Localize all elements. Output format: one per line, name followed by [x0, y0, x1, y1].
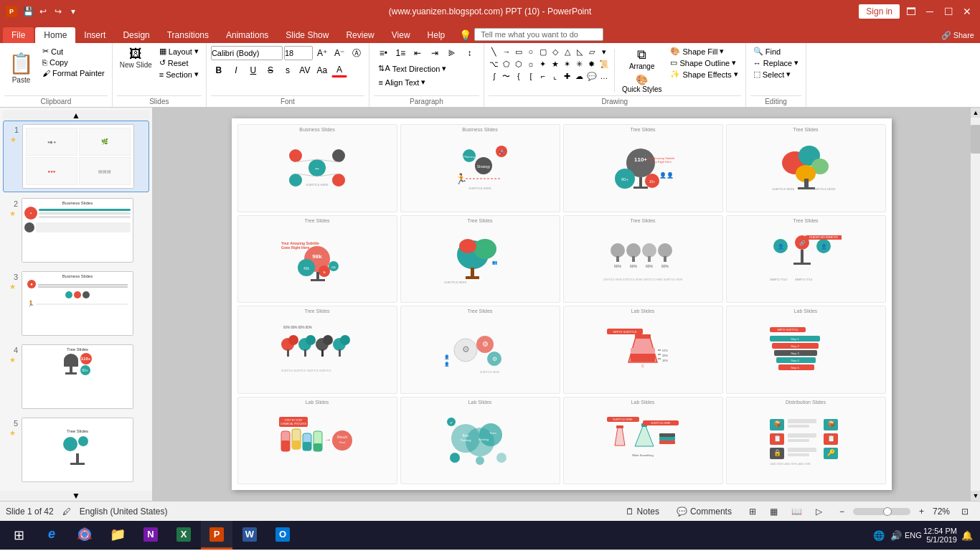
shape-extra-btn[interactable]: … [598, 70, 610, 82]
scroll-down-btn[interactable]: ▼ [971, 491, 980, 501]
clear-format-button[interactable]: Ⓐ [349, 46, 364, 60]
slide-panel-scroll-up[interactable]: ▲ [3, 110, 149, 121]
slide-thumb-4[interactable]: 4 ★ Tree Slides 110+ 80+ [3, 342, 149, 412]
shape-half-frame-btn[interactable]: ⌐ [537, 70, 549, 82]
strikethrough-button[interactable]: S [263, 63, 278, 77]
shape-arrow-btn[interactable]: → [501, 46, 512, 57]
decrease-font-button[interactable]: A⁻ [331, 46, 347, 60]
italic-button[interactable]: I [228, 63, 244, 77]
shape-burst-btn[interactable]: ✸ [586, 58, 598, 70]
shape-star4-btn[interactable]: ✦ [537, 58, 549, 70]
align-text-button[interactable]: ≡ Align Text ▾ [375, 77, 428, 88]
shape-bracket-btn[interactable]: [ [525, 70, 537, 82]
notes-button[interactable]: 🗒 Notes [620, 505, 665, 518]
shape-cross-btn[interactable]: ✚ [562, 70, 573, 82]
shape-pentagon-btn[interactable]: ⬠ [501, 58, 512, 70]
bold-button[interactable]: B [211, 63, 227, 77]
fit-slide-button[interactable]: ⊡ [956, 505, 974, 518]
cut-button[interactable]: ✂ Cut [39, 46, 108, 57]
bullets-button[interactable]: ≡• [375, 46, 391, 60]
slide-thumb-5[interactable]: 5 ★ Tree Slides [3, 415, 149, 485]
zoom-out-button[interactable]: − [834, 505, 850, 518]
paste-button[interactable]: 📋 Paste [4, 46, 38, 89]
network-icon[interactable]: 🌐 [872, 528, 886, 542]
decrease-indent-button[interactable]: ⇤ [410, 46, 425, 60]
tab-animations[interactable]: Animations [217, 27, 277, 43]
taskbar-explorer[interactable]: 📁 [102, 521, 133, 550]
taskbar-word[interactable]: W [234, 521, 265, 550]
shape-cloud-btn[interactable]: ☁ [574, 70, 585, 82]
shape-outline-button[interactable]: ▭ Shape Outline ▾ [667, 57, 740, 68]
shape-curve-btn[interactable]: ∫ [489, 70, 500, 82]
text-direction-button[interactable]: ⇅A Text Direction ▾ [375, 63, 449, 74]
font-name-input[interactable] [211, 46, 283, 60]
tab-file[interactable]: File [3, 27, 34, 43]
language-sys-icon[interactable]: ENG [906, 528, 920, 542]
maximize-button[interactable]: ☐ [941, 4, 956, 19]
shape-oval-btn[interactable]: ○ [525, 46, 537, 57]
shape-parallelogram-btn[interactable]: ▱ [586, 46, 598, 57]
shape-diamond-btn[interactable]: ◇ [550, 46, 561, 57]
section-button[interactable]: ≡ Section ▾ [156, 69, 202, 80]
tab-review[interactable]: Review [337, 27, 382, 43]
underline-button[interactable]: U [245, 63, 261, 77]
shape-star5-btn[interactable]: ★ [550, 58, 561, 70]
text-case-button[interactable]: Aa [314, 63, 330, 77]
taskbar-excel[interactable]: X [168, 521, 199, 550]
taskbar-edge[interactable]: e [36, 521, 67, 550]
slide-thumb-1[interactable]: 1 ★ ●◆● 🌿 ●●● ▤▤▤ [3, 121, 149, 192]
shape-triangle-btn[interactable]: △ [562, 46, 573, 57]
shape-line-btn[interactable]: ╲ [489, 46, 500, 57]
share-button[interactable]: 🔗 Share [941, 31, 974, 40]
shape-rounded-rect-btn[interactable]: ▢ [537, 46, 549, 57]
save-button[interactable]: 💾 [22, 5, 34, 18]
customize-quick-access[interactable]: ▾ [67, 5, 80, 18]
shape-rect-btn[interactable]: ▭ [513, 46, 524, 57]
scroll-up-btn[interactable]: ▲ [971, 108, 980, 118]
tab-view[interactable]: View [383, 27, 419, 43]
taskbar-outlook[interactable]: O [267, 521, 298, 550]
notification-icon[interactable]: 🔔 [960, 528, 974, 542]
shadow-button[interactable]: s [280, 63, 296, 77]
copy-button[interactable]: ⎘ Copy [39, 57, 108, 67]
find-button[interactable]: 🔍 Find [750, 46, 801, 57]
font-size-input[interactable] [284, 46, 313, 60]
arrange-button[interactable]: ⧉ Arrange [619, 46, 665, 72]
shape-chevron-btn[interactable]: ⌥ [489, 58, 500, 70]
reading-view-button[interactable]: 📖 [786, 505, 808, 518]
shape-hex-btn[interactable]: ⬡ [513, 58, 524, 70]
line-spacing-button[interactable]: ↕ [461, 46, 477, 60]
tab-home[interactable]: Home [35, 27, 75, 43]
reset-button[interactable]: ↺ Reset [156, 57, 202, 68]
new-slide-button[interactable]: 🖼 New Slide [117, 46, 155, 70]
shape-freeform-btn[interactable]: 〜 [501, 70, 512, 82]
slide-sorter-button[interactable]: ▦ [764, 505, 783, 518]
shape-callout-btn[interactable]: 💬 [586, 70, 598, 82]
increase-indent-button[interactable]: ⇥ [427, 46, 443, 60]
select-button[interactable]: ⬚ Select ▾ [750, 69, 801, 80]
clock[interactable]: 12:54 PM 5/1/2019 [923, 527, 957, 544]
shape-rt-triangle-btn[interactable]: ◺ [574, 46, 585, 57]
shape-star6-btn[interactable]: ✶ [562, 58, 573, 70]
shape-more-btn[interactable]: ▾ [598, 46, 610, 57]
numbering-button[interactable]: 1≡ [392, 46, 408, 60]
shape-star8-btn[interactable]: ✳ [574, 58, 585, 70]
minimize-button[interactable]: ─ [923, 4, 937, 19]
slideshow-button[interactable]: ▷ [810, 505, 828, 518]
zoom-in-button[interactable]: + [913, 505, 930, 518]
increase-font-button[interactable]: A⁺ [314, 46, 330, 60]
redo-button[interactable]: ↪ [52, 5, 65, 18]
shape-corner-btn[interactable]: ⌞ [550, 70, 561, 82]
shape-sun-btn[interactable]: ☼ [525, 58, 537, 70]
font-color-button[interactable]: A [331, 63, 347, 77]
shape-effects-button[interactable]: ✨ Shape Effects ▾ [667, 69, 740, 80]
vertical-scrollbar[interactable]: ▲ ▼ [970, 108, 980, 501]
shape-scroll-btn[interactable]: 📜 [598, 58, 610, 70]
shape-fill-button[interactable]: 🎨 Shape Fill ▾ [667, 46, 740, 57]
taskbar-onenote[interactable]: N [135, 521, 166, 550]
close-button[interactable]: ✕ [960, 4, 974, 19]
slide-thumb-3[interactable]: 3 ★ Business Slides ● [3, 268, 149, 339]
format-painter-button[interactable]: 🖌 Format Painter [39, 68, 108, 78]
taskbar-chrome[interactable] [69, 521, 100, 550]
tab-help[interactable]: Help [419, 27, 454, 43]
